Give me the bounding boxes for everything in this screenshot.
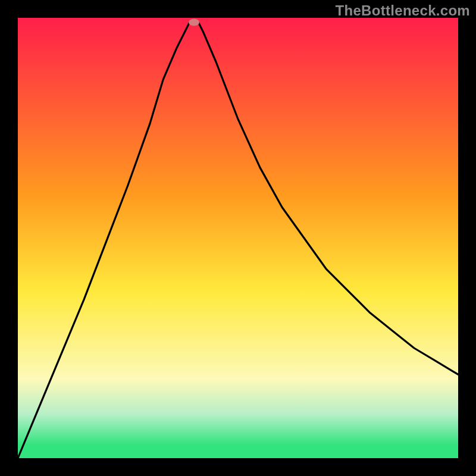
chart-stage: TheBottleneck.com — [0, 0, 476, 476]
gradient-background — [18, 18, 458, 458]
watermark-label: TheBottleneck.com — [336, 2, 470, 19]
bottleneck-plot — [18, 18, 458, 458]
minimum-marker — [189, 18, 199, 26]
